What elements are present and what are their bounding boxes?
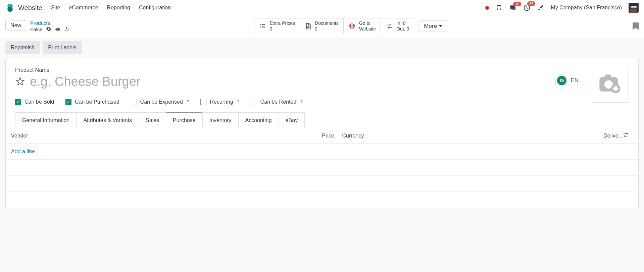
checkbox-checked-icon: ✓ (65, 99, 71, 105)
svg-rect-14 (630, 9, 637, 13)
vendor-table-header: Vendor Price Currency Delive... (6, 128, 638, 144)
action-row: Replenish Print Labels (5, 41, 639, 54)
breadcrumb-parent[interactable]: Products (30, 20, 69, 26)
product-name-label: Product Name (15, 67, 629, 73)
page-body: Replenish Print Labels Product Name G EN… (0, 37, 644, 208)
product-name-input[interactable] (30, 74, 238, 89)
svg-rect-13 (634, 6, 636, 7)
stat-more-wrap: More (418, 20, 448, 32)
tab-inventory[interactable]: Inventory (202, 112, 238, 128)
help-icon[interactable]: ? (187, 100, 189, 104)
list-icon (259, 23, 266, 30)
breadcrumb-status-row: False (30, 26, 69, 32)
dialpad-icon[interactable] (496, 4, 502, 11)
cb-can-be-rented[interactable]: Can be Rented ? (251, 99, 303, 105)
svg-point-4 (500, 8, 501, 9)
stat-more-label: More (424, 23, 437, 30)
replenish-button[interactable]: Replenish (5, 41, 40, 54)
stat-extra-prices[interactable]: Extra Prices 0 (254, 18, 300, 34)
user-avatar[interactable] (629, 3, 639, 13)
stat-documents-label: Documents (315, 20, 339, 26)
top-navbar: Website Site eCommerce Reporting Configu… (0, 0, 644, 15)
help-icon[interactable]: ? (237, 100, 240, 104)
stat-documents[interactable]: Documents 0 (300, 18, 344, 34)
stat-out-label: Out: (396, 26, 405, 32)
stat-in-out[interactable]: In: 0 Out: 0 (381, 18, 414, 34)
activities-icon[interactable]: 37 (523, 4, 531, 11)
transfer-icon (386, 23, 393, 30)
caret-down-icon (439, 25, 442, 27)
tabs: General Information Attributes & Variant… (6, 112, 638, 128)
left-controls: New Products False (5, 20, 69, 32)
col-price[interactable]: Price (322, 133, 342, 139)
tools-icon[interactable] (537, 4, 544, 11)
cb-can-be-purchased[interactable]: ✓ Can be Purchased (65, 99, 119, 105)
svg-point-7 (500, 9, 501, 10)
table-row[interactable] (6, 192, 638, 208)
checkbox-unchecked-icon (251, 99, 257, 105)
stat-website-label1: Go to (359, 20, 376, 26)
breadcrumb: Products False (30, 20, 69, 32)
nav-item-configuration[interactable]: Configuration (139, 5, 171, 11)
recording-indicator-icon[interactable] (485, 6, 489, 10)
cb-purchased-label: Can be Purchased (75, 99, 119, 105)
nav-item-ecommerce[interactable]: eCommerce (69, 5, 98, 11)
breadcrumb-status: False (30, 26, 43, 32)
svg-point-31 (626, 133, 628, 134)
col-vendor[interactable]: Vendor (11, 133, 322, 139)
cb-recurring[interactable]: Recurring ? (200, 99, 239, 105)
svg-point-1 (7, 7, 13, 12)
col-delivery[interactable]: Delive... (599, 133, 623, 139)
add-line-link[interactable]: Add a line (11, 149, 35, 154)
add-line-row: Add a line (6, 144, 638, 160)
title-row: G EN (15, 74, 629, 89)
favorite-star-icon[interactable] (15, 76, 25, 87)
tab-attributes-variants[interactable]: Attributes & Variants (76, 112, 139, 128)
grammarly-icon[interactable]: G (556, 74, 568, 87)
svg-point-15 (260, 24, 261, 25)
table-row[interactable] (6, 160, 638, 176)
cb-can-be-sold[interactable]: ✓ Can be Sold (15, 99, 54, 105)
nav-item-site[interactable]: Site (51, 5, 60, 11)
document-icon (305, 22, 311, 30)
cloud-upload-icon[interactable] (55, 26, 61, 32)
lang-indicator: G EN (556, 74, 579, 87)
undo-icon[interactable] (64, 26, 69, 32)
svg-rect-21 (307, 26, 310, 26)
nav-right: 18 37 My Company (San Francisco) (485, 3, 639, 13)
product-image-upload[interactable] (592, 66, 629, 103)
cb-can-be-expensed[interactable]: Can be Expensed ? (131, 99, 189, 105)
tab-general-information[interactable]: General Information (15, 112, 76, 128)
company-selector[interactable]: My Company (San Francisco) (551, 5, 622, 11)
svg-rect-12 (632, 6, 633, 7)
nav-item-reporting[interactable]: Reporting (107, 5, 130, 11)
table-row[interactable] (6, 176, 638, 192)
table-settings-icon[interactable] (623, 133, 633, 139)
svg-rect-32 (624, 136, 628, 136)
form-sheet: Product Name G EN ✓ Can be Sold ✓ Can be… (5, 59, 639, 208)
stat-website-label2: Website (359, 26, 376, 32)
tab-ebay[interactable]: eBay (279, 112, 305, 128)
help-icon[interactable]: ? (300, 100, 303, 104)
messages-badge: 18 (513, 2, 521, 6)
gear-icon[interactable] (46, 26, 51, 32)
new-button[interactable]: New (5, 20, 26, 31)
stat-more-button[interactable]: More (418, 21, 448, 32)
print-labels-button[interactable]: Print Labels (43, 41, 82, 54)
lang-code[interactable]: EN (571, 77, 579, 84)
stat-extra-prices-label: Extra Prices (270, 20, 295, 26)
col-currency[interactable]: Currency (342, 133, 383, 139)
tab-accounting[interactable]: Accounting (238, 112, 279, 128)
tab-sales[interactable]: Sales (139, 112, 166, 128)
bookmark-icon[interactable] (633, 22, 639, 30)
messages-icon[interactable]: 18 (509, 4, 516, 11)
app-home[interactable]: Website (5, 3, 42, 12)
checkbox-unchecked-icon (131, 99, 137, 105)
cb-rented-label: Can be Rented (260, 99, 297, 105)
svg-point-5 (497, 9, 498, 10)
control-row: New Products False (0, 15, 644, 37)
cb-recurring-label: Recurring (210, 99, 233, 105)
svg-point-17 (260, 25, 261, 26)
tab-purchase[interactable]: Purchase (166, 112, 202, 128)
stat-go-to-website[interactable]: Go to Website (344, 18, 381, 34)
